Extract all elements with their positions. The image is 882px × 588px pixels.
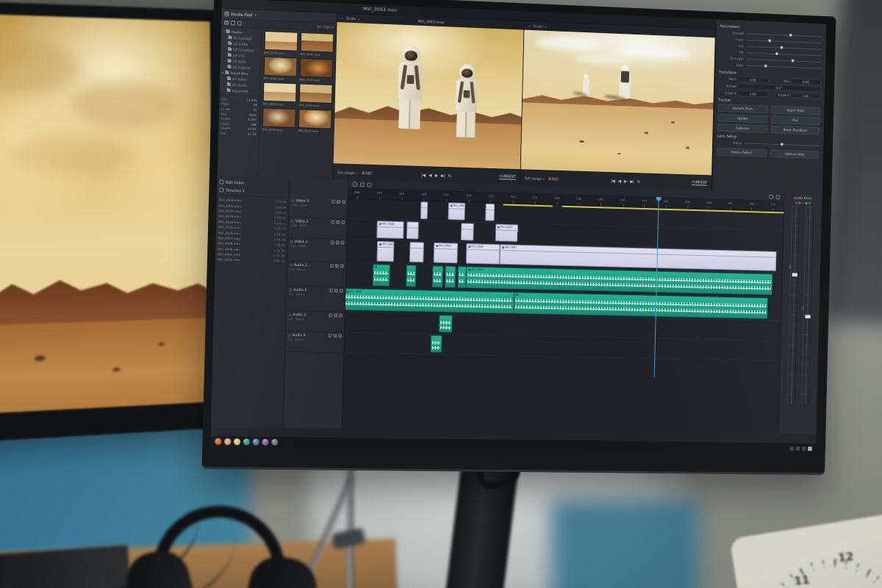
reset-transform-button[interactable]: Reset Transform	[770, 126, 820, 135]
video-clip[interactable]	[420, 201, 428, 219]
track-enable-toggle[interactable]	[288, 313, 291, 316]
lock-icon[interactable]: L	[330, 264, 334, 268]
solo-icon[interactable]: S	[342, 200, 345, 204]
field-value[interactable]: 0.00	[738, 76, 769, 83]
track-enable-toggle[interactable]	[288, 334, 291, 337]
track-header[interactable]: Audio 4LMS2.0 · Stereo	[285, 331, 344, 353]
slider-knob[interactable]	[775, 52, 778, 55]
track-enable-toggle[interactable]	[290, 240, 293, 243]
slider-knob[interactable]	[789, 34, 792, 37]
clip-thumbnail[interactable]: MVI_0040.mov	[264, 31, 298, 56]
slider-knob[interactable]	[792, 60, 795, 62]
field-value[interactable]: 0.00	[790, 78, 821, 85]
track-header[interactable]: Video 3LMS1.0x · 100%	[289, 197, 348, 219]
mute-icon[interactable]: M	[334, 314, 337, 318]
slider-knob[interactable]	[768, 39, 771, 42]
audio-clip[interactable]	[514, 292, 768, 319]
track-header[interactable]: Audio 1LMS2.0 · Stereo	[287, 262, 346, 288]
slider-track[interactable]	[746, 59, 821, 62]
select-tool-icon[interactable]	[353, 182, 357, 186]
solo-icon[interactable]: S	[341, 220, 345, 224]
video-clip[interactable]: MVI_0042	[434, 243, 458, 263]
dock-app-icon[interactable]	[224, 438, 231, 445]
lock-icon[interactable]: L	[331, 240, 334, 244]
clip-thumbnail[interactable]: MVI_0043.mov	[300, 58, 334, 82]
calibrate-button[interactable]: Calibrate	[717, 123, 767, 133]
lock-icon[interactable]: L	[329, 289, 333, 293]
slider-track[interactable]	[747, 52, 822, 56]
field-value[interactable]: 1.00	[790, 93, 821, 99]
track-enable-toggle[interactable]	[292, 199, 295, 202]
video-clip[interactable]	[406, 221, 419, 239]
play-icon[interactable]: ▶	[435, 173, 438, 177]
clip-filter-dropdown[interactable]: All Clips ▾	[317, 24, 334, 29]
track-enable-toggle[interactable]	[289, 288, 292, 291]
current-label[interactable]: CURRENT	[500, 174, 516, 179]
track-header[interactable]: Video 1LMS1.0x · 100%	[287, 238, 346, 263]
zoom-out-icon[interactable]: —	[341, 15, 345, 20]
timeline-tracks-area[interactable]: 0961001041081121161201241281321361401441…	[343, 180, 784, 434]
solo-icon[interactable]: S	[340, 264, 344, 268]
solo-icon[interactable]: S	[340, 289, 343, 293]
slider-track[interactable]	[746, 65, 821, 69]
track-header[interactable]: Video 2LMS1.0x · 100%	[288, 218, 347, 240]
camera-track-button[interactable]: Camera Track	[718, 104, 768, 113]
mute-icon[interactable]: M	[335, 264, 339, 268]
slider-track[interactable]	[744, 143, 819, 146]
slider-track[interactable]	[747, 46, 822, 50]
fader-strip-1[interactable]: 0.0	[787, 206, 800, 404]
skip-start-icon[interactable]: |◀	[422, 172, 426, 176]
video-clip[interactable]	[409, 242, 424, 262]
solo-icon[interactable]: S	[339, 314, 343, 318]
source-viewer-canvas[interactable]	[334, 22, 524, 169]
track-enable-toggle[interactable]	[291, 220, 294, 223]
list-view-icon[interactable]	[231, 21, 235, 25]
lock-icon[interactable]: L	[331, 220, 335, 224]
tray-icon[interactable]	[789, 446, 794, 451]
options-view-button[interactable]: Options View	[770, 149, 819, 159]
step-forward-icon[interactable]: ▶|	[630, 179, 634, 183]
disclosure-icon[interactable]: ▾	[222, 71, 223, 74]
loop-icon[interactable]: ↻	[637, 179, 640, 183]
slider-track[interactable]	[747, 40, 822, 43]
track-enable-toggle[interactable]	[290, 263, 293, 266]
video-clip[interactable]: MVI_0040	[376, 220, 404, 239]
step-back-icon[interactable]: ◀	[429, 173, 431, 177]
clip-thumbnail[interactable]: MVI_0042.mov	[264, 57, 298, 82]
edit-index-row[interactable]: MVI_0052.mov1:01:15	[218, 257, 285, 265]
clip-thumbnail[interactable]: MVI_0046.mov	[262, 108, 296, 132]
step-forward-icon[interactable]: ▶|	[441, 173, 445, 177]
run-button[interactable]: Run	[771, 115, 820, 125]
current-label[interactable]: CURRENT	[692, 180, 708, 185]
timeline-tab[interactable]: Timeline 1	[219, 185, 287, 196]
dock-app-icon[interactable]	[234, 439, 240, 445]
record-indicator[interactable]: REC	[362, 171, 373, 175]
solo-icon[interactable]: S	[338, 334, 342, 337]
dock-app-icon[interactable]	[271, 439, 278, 445]
snap-icon[interactable]	[769, 194, 773, 198]
audio-clip[interactable]	[431, 335, 442, 353]
grid-view-icon[interactable]	[224, 21, 229, 25]
slider-knob[interactable]	[764, 65, 767, 68]
clip-thumbnail[interactable]: MVI_0045.mov	[299, 84, 333, 108]
disclosure-icon[interactable]: ▾	[223, 29, 225, 33]
sort-icon[interactable]	[237, 21, 242, 26]
mute-icon[interactable]: M	[334, 289, 338, 293]
dock-app-icon[interactable]	[243, 439, 250, 445]
video-clip[interactable]	[485, 204, 495, 221]
media-pool-icon[interactable]	[224, 11, 229, 15]
trim-tool-icon[interactable]	[360, 182, 365, 187]
track-header[interactable]: Audio 2LMS2.0 · Stereo	[287, 286, 345, 312]
dock-app-icon[interactable]	[253, 439, 259, 445]
audio-clip[interactable]	[457, 266, 466, 288]
chevron-down-icon[interactable]: ▾	[255, 13, 257, 17]
viewer-scale-dropdown[interactable]: Scale	[346, 16, 356, 21]
video-clip[interactable]: MVI_0047	[495, 224, 518, 242]
video-clip[interactable]: MVI_0045	[466, 243, 501, 265]
clip-thumbnail[interactable]: MVI_0044.mov	[263, 82, 297, 107]
viewer-scale-dropdown[interactable]: Scale	[534, 24, 543, 28]
zoom-out-icon[interactable]: —	[528, 24, 531, 28]
fader-strip-2[interactable]: 0.0	[800, 207, 814, 404]
clip-thumbnail[interactable]: MVI_0041.mov	[301, 32, 334, 57]
video-clip[interactable]	[461, 223, 474, 240]
